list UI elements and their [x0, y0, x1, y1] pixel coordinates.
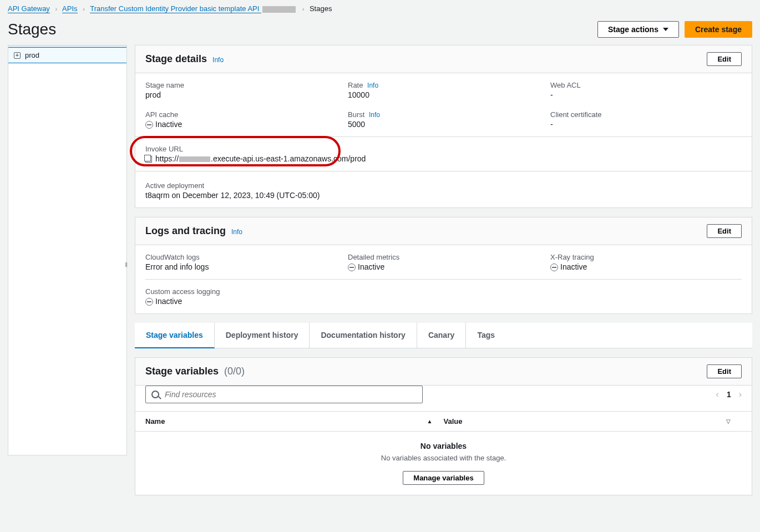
next-page-button[interactable]: ›: [739, 389, 742, 399]
tab-stage-variables[interactable]: Stage variables: [135, 323, 215, 348]
edit-logs-button[interactable]: Edit: [707, 224, 742, 238]
search-input-wrapper[interactable]: [145, 386, 423, 403]
col-value[interactable]: Value: [444, 417, 463, 425]
edit-stage-variables-button[interactable]: Edit: [707, 364, 742, 378]
custom-access-logging-value: Inactive: [145, 297, 337, 306]
chevron-right-icon: ›: [55, 6, 58, 12]
api-cache-label: API cache: [145, 110, 337, 119]
page-title: Stages: [8, 21, 56, 38]
api-cache-value: Inactive: [145, 120, 337, 129]
info-link[interactable]: Info: [231, 228, 242, 236]
custom-access-logging-label: Custom access logging: [145, 287, 337, 296]
rate-value: 10000: [348, 90, 539, 99]
stage-variables-count: (0/0): [224, 366, 245, 377]
page-number: 1: [727, 390, 731, 399]
tab-tags[interactable]: Tags: [466, 323, 506, 348]
active-deployment-section: Active deployment t8aqrm on December 12,…: [135, 171, 752, 207]
search-icon: [151, 391, 159, 398]
xray-tracing-value: Inactive: [550, 262, 742, 271]
burst-label: Burst: [348, 110, 364, 119]
prev-page-button[interactable]: ‹: [716, 389, 719, 399]
stage-actions-button[interactable]: Stage actions: [597, 21, 679, 38]
inactive-icon: [145, 121, 153, 129]
redacted-text: [179, 156, 210, 162]
logs-tracing-panel: Logs and tracing Info Edit CloudWatch lo…: [135, 217, 752, 314]
table-header: Name ▲ Value ▽: [135, 411, 752, 432]
invoke-url-section: Invoke URL https://.execute-api.us-east-…: [135, 136, 752, 171]
info-link[interactable]: Info: [369, 111, 380, 119]
active-deployment-value: t8aqrm on December 12, 2023, 10:49 (UTC-…: [145, 191, 742, 200]
tab-canary[interactable]: Canary: [417, 323, 466, 348]
stage-variables-title: Stage variables: [145, 366, 219, 377]
cloudwatch-logs-label: CloudWatch logs: [145, 253, 337, 261]
invoke-url-value[interactable]: https://.execute-api.us-east-1.amazonaws…: [145, 154, 742, 163]
client-cert-value: -: [550, 120, 742, 129]
web-acl-value: -: [550, 90, 742, 99]
search-input[interactable]: [164, 389, 417, 399]
tab-deployment-history[interactable]: Deployment history: [215, 323, 310, 348]
col-name[interactable]: Name: [145, 417, 165, 425]
logs-tracing-title: Logs and tracing: [145, 225, 226, 237]
collapse-handle-icon[interactable]: ⦀: [125, 261, 126, 268]
edit-stage-details-button[interactable]: Edit: [707, 52, 742, 66]
chevron-right-icon: ›: [83, 6, 85, 12]
chevron-right-icon: ›: [302, 6, 305, 12]
copy-icon[interactable]: [145, 156, 152, 163]
stage-tabs: Stage variables Deployment history Docum…: [135, 323, 752, 348]
cloudwatch-logs-value: Error and info logs: [145, 262, 337, 271]
breadcrumb-current: Stages: [310, 4, 332, 13]
stage-name-value: prod: [145, 90, 337, 99]
active-deployment-label: Active deployment: [145, 181, 742, 190]
burst-value: 5000: [348, 120, 539, 129]
manage-variables-button[interactable]: Manage variables: [403, 471, 484, 485]
inactive-icon: [145, 298, 153, 306]
sidebar-item-prod[interactable]: + prod: [8, 48, 126, 63]
detailed-metrics-label: Detailed metrics: [348, 253, 539, 261]
empty-state: No variables No variables associated wit…: [135, 432, 752, 495]
sort-icon[interactable]: ▽: [726, 418, 731, 424]
breadcrumb-apis[interactable]: APIs: [62, 4, 77, 13]
xray-tracing-label: X-Ray tracing: [550, 253, 742, 261]
pagination: ‹ 1 ›: [716, 389, 742, 399]
inactive-icon: [550, 264, 558, 271]
info-link[interactable]: Info: [212, 56, 224, 64]
web-acl-label: Web ACL: [550, 81, 742, 89]
breadcrumb: API Gateway › APIs › Transfer Custom Ide…: [0, 0, 760, 17]
breadcrumb-api-name[interactable]: Transfer Custom Identity Provider basic …: [90, 4, 261, 13]
tab-documentation-history[interactable]: Documentation history: [310, 323, 417, 348]
stages-sidebar: + prod: [8, 45, 127, 455]
caret-down-icon: [663, 28, 668, 31]
create-stage-button[interactable]: Create stage: [685, 21, 752, 38]
rate-label: Rate: [348, 81, 363, 89]
expand-icon[interactable]: +: [14, 52, 21, 59]
stage-name-label: Stage name: [145, 81, 337, 89]
info-link[interactable]: Info: [367, 82, 378, 89]
sort-asc-icon[interactable]: ▲: [427, 418, 433, 424]
inactive-icon: [348, 264, 356, 271]
client-cert-label: Client certificate: [550, 110, 742, 119]
redacted-text: [262, 6, 296, 13]
detailed-metrics-value: Inactive: [348, 262, 539, 271]
stage-variables-panel: Stage variables (0/0) Edit ‹ 1 › Name: [135, 357, 752, 495]
empty-subtitle: No variables associated with the stage.: [145, 454, 742, 462]
invoke-url-label: Invoke URL: [145, 145, 742, 153]
empty-title: No variables: [145, 442, 742, 450]
breadcrumb-api-gateway[interactable]: API Gateway: [8, 4, 50, 13]
stage-details-panel: Stage details Info Edit Stage name prod …: [135, 45, 752, 208]
sidebar-item-label: prod: [25, 51, 39, 59]
stage-details-title: Stage details: [145, 53, 207, 65]
